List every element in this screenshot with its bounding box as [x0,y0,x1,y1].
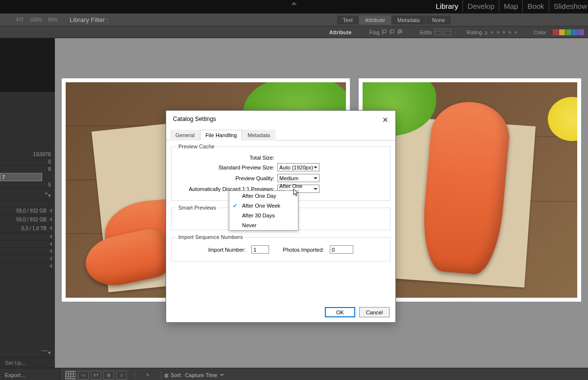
sort-control[interactable]: a|z Sort: Capture Time [164,372,224,378]
cancel-button[interactable]: Cancel [359,307,390,317]
module-slideshow[interactable]: Slideshow [549,0,588,12]
color-filters [553,29,584,35]
rating-operator[interactable]: ≥ [485,29,488,35]
compare-view-icon[interactable]: XY [91,371,101,380]
edit-filters [434,29,451,35]
export-button[interactable]: Export... [0,368,60,380]
sort-order-icon[interactable]: a|z [164,373,168,378]
navigator-placeholder [0,38,55,92]
star-2-icon[interactable]: ★ [495,29,501,36]
chevron-down-icon [314,188,318,190]
panel-row[interactable] [0,233,55,240]
library-filter-bar: FIT 100% 50% Library Filter : Text Attri… [0,13,588,26]
std-preview-select[interactable]: Auto (1920px) [277,163,319,171]
volume-row[interactable]: 59,0 / 932 GB [0,215,55,224]
edit-unedited-icon[interactable] [443,29,451,35]
module-develop[interactable]: Develop [463,0,499,12]
quality-label: Preview Quality: [176,175,277,181]
panel-row[interactable] [0,240,55,248]
flag-rejected-icon[interactable] [398,29,405,35]
chevron-down-icon [220,374,224,376]
disclosure-icon [49,209,52,213]
attribute-filter-bar: Attribute | Flag | Edits | Rating ≥ ★ ★ … [0,26,588,38]
panel-expand-icon[interactable] [291,2,297,5]
import-number-input[interactable] [251,245,269,254]
volume-row[interactable]: 0,3 / 1,8 TB [0,224,55,233]
module-library[interactable]: Library [431,0,463,12]
edits-label: Edits [420,29,432,35]
disclosure-icon [49,264,52,268]
star-3-icon[interactable]: ★ [501,29,507,36]
module-map[interactable]: Map [499,0,523,12]
setup-button[interactable]: Set Up... [0,357,55,368]
star-4-icon[interactable]: ★ [507,29,513,36]
filter-tab-metadata[interactable]: Metadata [392,16,426,24]
add-collection-icon[interactable]: +▾ [0,189,55,200]
count-row[interactable]: 5 [0,181,55,189]
filter-tabs: Text Attribute Metadata None [337,16,451,24]
people-view-icon[interactable]: ☺ [116,371,127,380]
color-yellow[interactable] [559,29,565,35]
attribute-label: Attribute [329,29,352,35]
library-filter-label: Library Filter : [70,16,108,24]
discard-option[interactable]: After One Day [229,191,298,201]
count-row-selected[interactable]: 7 [0,173,42,181]
disclosure-icon [49,242,52,246]
dialog-tabs: General File Handling Metadata [166,129,395,141]
color-label: Color [534,29,546,35]
tab-metadata[interactable]: Metadata [242,130,275,141]
star-1-icon[interactable]: ★ [490,29,495,36]
sort-value[interactable]: Capture Time [185,372,217,378]
zoom-fit[interactable]: FIT [16,17,24,23]
survey-view-icon[interactable]: ⊞ [103,371,114,380]
bottom-toolbar: Export... ▭ XY ⊞ ☺ ✎ a|z Sort: Capture T… [0,368,588,380]
panel-row[interactable] [0,262,55,270]
edit-edited-icon[interactable] [434,29,442,35]
count-row[interactable]: 0 [0,158,55,166]
quality-select[interactable]: Medium [277,174,319,182]
ok-button[interactable]: OK [325,307,355,317]
photos-imported-input[interactable] [330,245,353,254]
star-5-icon[interactable]: ★ [513,29,518,36]
discard-option[interactable]: After 30 Days [229,211,298,220]
filter-tab-none[interactable]: None [426,16,451,24]
disclosure-icon [49,226,52,230]
module-tabs: Library Develop Map Book Slideshow [431,0,588,12]
module-book[interactable]: Book [523,0,549,12]
flag-unflagged-icon[interactable] [390,29,397,35]
total-size-label: Total Size: [176,155,277,161]
color-green[interactable] [565,29,571,35]
std-preview-label: Standard Preview Size: [176,165,277,170]
volume-row[interactable]: 59,0 / 932 GB [0,207,55,215]
disclosure-icon [49,217,52,221]
panel-row[interactable] [0,255,55,262]
disclosure-icon [49,257,52,261]
close-icon[interactable]: ✕ [382,116,389,124]
tab-general[interactable]: General [170,130,200,141]
color-blue[interactable] [572,29,578,35]
flag-filters [382,29,405,35]
disclosure-icon [49,249,52,253]
smart-previews-legend: Smart Previews [176,205,218,211]
count-row[interactable]: 193978 [0,151,55,158]
filter-tab-attribute[interactable]: Attribute [359,16,391,24]
zoom-50[interactable]: 50% [48,17,58,23]
loupe-view-icon[interactable]: ▭ [78,371,89,380]
count-row[interactable]: 8 [0,166,55,173]
color-purple[interactable] [578,29,584,35]
panel-row[interactable] [0,248,55,255]
collapse-icon[interactable]: —▾ [0,345,55,357]
flag-picked-icon[interactable] [382,29,389,35]
import-seq-legend: Import Sequence Numbers [176,234,245,240]
photos-imported-label: Photos Imported: [283,247,327,253]
painter-icon[interactable]: ✎ [143,371,153,379]
grid-view-icon[interactable] [65,371,76,380]
filter-tab-text[interactable]: Text [337,16,359,24]
import-number-label: Import Number: [208,247,248,253]
tab-file-handling[interactable]: File Handling [200,130,242,141]
discard-option-selected[interactable]: After One Week [229,201,298,211]
color-red[interactable] [553,29,559,35]
chevron-down-icon [314,166,318,168]
zoom-100[interactable]: 100% [29,17,42,23]
discard-option[interactable]: Never [229,220,298,230]
